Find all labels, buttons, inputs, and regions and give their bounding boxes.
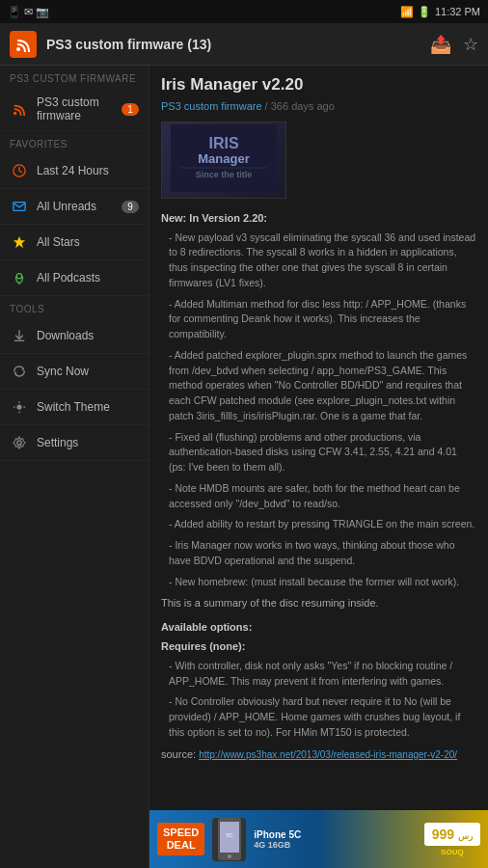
sidebar-label-allstars: All Stars [37,235,139,249]
podcast-icon [10,268,29,287]
signal-icon: 📶 [400,6,414,18]
article-image: IRIS Manager Since the title [161,122,286,199]
status-left: 📱 ✉ 📷 [8,6,49,18]
ad-phone-storage: 4G 16GB [254,840,416,850]
status-bar: 📱 ✉ 📷 📶 🔋 11:32 PM [0,0,488,23]
ad-speed-deal: SPEED DEAL [157,823,204,855]
content-area: Iris Manager v2.20 PS3 custom firmware /… [149,66,488,868]
svg-point-0 [16,47,20,51]
article-body: New: In Version 2.20: - New payload v3 s… [161,210,476,762]
sidebar-item-allunreads[interactable]: All Unreads 9 [0,189,149,225]
sidebar-item-syncnow[interactable]: Sync Now [0,354,149,390]
sidebar-label-switchtheme: Switch Theme [37,400,139,414]
sidebar-section-tools: TOOLS [0,296,149,318]
breadcrumb-date: 366 days ago [271,100,335,112]
sidebar-item-switchtheme[interactable]: Switch Theme [0,390,149,425]
article-req-1: - With controller, disk not only asks "Y… [161,659,476,690]
svg-marker-4 [14,236,25,248]
svg-text:IRIS: IRIS [208,135,238,151]
theme-icon [10,397,29,417]
sync-icon [10,362,29,381]
iris-logo: IRIS Manager Since the title [171,124,277,197]
rss-icon [15,37,31,52]
article-bullet-1: - New payload v3 syscall eliminating the… [161,231,476,291]
ad-speed-line2: DEAL [163,839,199,852]
ad-price-number: 999 [432,827,454,842]
star-button[interactable]: ☆ [463,34,478,55]
article-bullet-2: - Added Multiman method for disc less ht… [161,297,476,342]
article-bullet-5: - Note HMDB mounts are safer, both for t… [161,481,476,512]
sidebar-label-syncnow: Sync Now [37,365,139,378]
header-actions: 📤 ☆ [430,34,478,55]
clock-icon [10,161,29,180]
star-icon [10,232,29,252]
article-title: Iris Manager v2.20 [161,75,476,95]
mail-icon [10,197,29,216]
article-bullet-7: - Iris Manager now works in two ways, th… [161,538,476,569]
article-requires: Requires (none): [161,638,476,655]
sidebar-item-settings[interactable]: Settings [0,425,149,461]
sidebar-label-settings: Settings [37,436,139,449]
sidebar-item-allpodcasts[interactable]: All Podcasts [0,260,149,296]
breadcrumb-sep: / [265,100,268,112]
time-display: 11:32 PM [435,6,480,17]
source-link[interactable]: http://www.ps3hax.net/2013/03/released-i… [199,749,457,760]
share-button[interactable]: 📤 [430,34,451,55]
sidebar-badge-unreads: 9 [122,201,139,213]
header-title: PS3 custom firmware (13) [46,37,430,52]
sidebar-label-downloads: Downloads [37,329,139,342]
article-text-summary: This is a summary of the disc resuming i… [161,595,476,611]
svg-point-1 [14,112,17,116]
sidebar-item-allstars[interactable]: All Stars [0,225,149,260]
sidebar-item-last24[interactable]: Last 24 Hours [0,153,149,189]
sidebar-label-allunreads: All Unreads [37,200,114,213]
article-req-2: - No Controller obviously hard but never… [161,694,476,740]
svg-point-5 [16,274,21,279]
article-bullet-3: - Added patched explorer_plugin.sprx met… [161,348,476,424]
ad-price-block: 999 رس SOUQ [424,823,480,856]
article-available: Available options: [161,619,476,636]
article-source: source: http://www.ps3hax.net/2013/03/re… [161,746,476,763]
sidebar-label-last24: Last 24 Hours [37,164,139,177]
article-bullet-6: - Added ability to restart by pressing T… [161,517,476,532]
rss-icon-sidebar [10,99,29,119]
content-wrapper: Iris Manager v2.20 PS3 custom firmware /… [149,66,488,868]
ad-price-value: 999 رس [424,823,480,846]
app-header: PS3 custom firmware (13) 📤 ☆ [0,23,488,66]
app-icon [10,31,37,58]
settings-icon [10,433,29,452]
sidebar: PS3 CUSTOM FIRMWARE PS3 custom firmware … [0,66,149,868]
svg-point-15 [17,441,21,445]
svg-point-23 [228,854,231,858]
svg-rect-3 [14,203,25,211]
download-icon [10,326,29,345]
notification-icons: 📱 ✉ 📷 [8,6,49,18]
article-section-title: New: In Version 2.20: [161,210,476,227]
status-right: 📶 🔋 11:32 PM [400,6,480,18]
sidebar-badge-ps3: 1 [122,103,139,116]
article-breadcrumb: PS3 custom firmware / 366 days ago [161,100,476,112]
svg-text:Since the title: Since the title [196,170,253,179]
sidebar-item-ps3-firmware[interactable]: PS3 custom firmware 1 [0,88,149,131]
ad-phone-image: 5C [212,818,246,861]
svg-text:5C: 5C [226,832,233,838]
ad-phone-model: iPhone 5C [254,829,416,840]
main-layout: PS3 CUSTOM FIRMWARE PS3 custom firmware … [0,66,488,868]
article-bullet-8: - New homebrew: (must install because th… [161,575,476,590]
sidebar-section-ps3: PS3 CUSTOM FIRMWARE [0,66,149,88]
ad-text: iPhone 5C 4G 16GB [254,829,416,850]
sidebar-label-allpodcasts: All Podcasts [37,271,139,285]
ad-speed-line1: SPEED [163,827,199,839]
battery-icon: 🔋 [418,6,431,18]
article-bullet-4: - Fixed all (flushing) problems and othe… [161,430,476,475]
sidebar-item-downloads[interactable]: Downloads [0,318,149,354]
breadcrumb-link[interactable]: PS3 custom firmware [161,100,262,112]
ad-souq-label: SOUQ [424,848,480,856]
ad-currency: رس [458,831,473,841]
sidebar-section-favorites: FAVORITES [0,131,149,153]
ad-banner[interactable]: SPEED DEAL 5C iPhone 5C 4G 16GB 999 رس [149,810,488,868]
svg-point-10 [16,404,21,409]
sidebar-label-ps3: PS3 custom firmware [37,95,114,122]
svg-text:Manager: Manager [198,151,249,166]
